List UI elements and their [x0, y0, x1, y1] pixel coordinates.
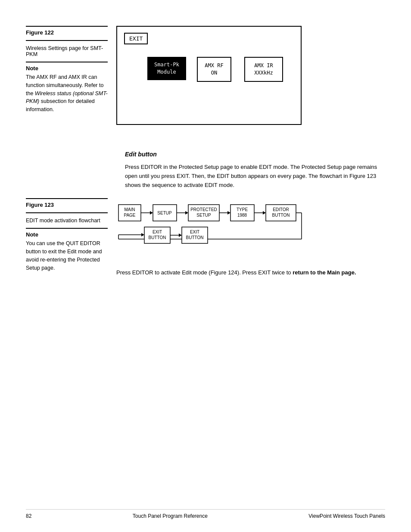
figure122-label: Figure 122	[26, 26, 108, 41]
smart-pk-module-button: Smart-PkModule	[147, 57, 186, 80]
page: Figure 122 Wireless Settings page for SM…	[0, 0, 411, 532]
figure122-left-col: Figure 122 Wireless Settings page for SM…	[26, 26, 116, 138]
svg-text:SETUP: SETUP	[196, 213, 211, 218]
edit-button-section: Edit button Press EDITOR in the Protecte…	[26, 151, 385, 190]
note2-label: Note	[26, 228, 108, 238]
footer: 82 Touch Panel Program Reference ViewPoi…	[26, 509, 385, 519]
final-text: Press EDITOR to activate Edit mode (Figu…	[116, 268, 385, 277]
svg-marker-18	[263, 211, 266, 215]
figure122-diagram: EXIT Smart-PkModule AMX RFON AMX IRXXXkH…	[116, 26, 302, 125]
svg-text:PAGE: PAGE	[124, 213, 135, 218]
figure123-section: Figure 123 EDIT mode activation flowchar…	[26, 198, 385, 277]
svg-text:MAIN: MAIN	[125, 207, 135, 212]
figure123-caption: EDIT mode activation flowchart	[26, 218, 108, 224]
svg-marker-32	[179, 233, 182, 237]
svg-text:PROTECTED: PROTECTED	[190, 207, 217, 212]
svg-text:BUTTON: BUTTON	[272, 213, 290, 218]
figure123-right-col: MAIN PAGE SETUP PROTECTED SETUP	[116, 198, 385, 277]
edit-button-heading: Edit button	[125, 151, 385, 158]
amx-ir-button: AMX IRXXXkHz	[244, 57, 283, 82]
figure122-caption: Wireless Settings page for SMT-PKM	[26, 45, 108, 57]
figure123-left-col: Figure 123 EDIT mode activation flowchar…	[26, 198, 116, 277]
svg-marker-4	[150, 211, 153, 215]
svg-text:EXIT: EXIT	[153, 230, 162, 234]
exit-button: EXIT	[124, 33, 148, 44]
figure122-right-col: EXIT Smart-PkModule AMX RFON AMX IRXXXkH…	[116, 26, 385, 138]
figure122-section: Figure 122 Wireless Settings page for SM…	[26, 26, 385, 138]
footer-right: ViewPoint Wireless Touch Panels	[308, 513, 385, 519]
svg-text:EXIT: EXIT	[190, 230, 199, 234]
svg-text:EDITOR: EDITOR	[273, 207, 289, 212]
footer-center: Touch Panel Program Reference	[133, 513, 208, 519]
svg-text:TYPE: TYPE	[237, 207, 248, 212]
note1-label: Note	[26, 62, 108, 72]
svg-text:1988: 1988	[237, 213, 247, 218]
edit-button-body: Press EDITOR in the Protected Setup page…	[125, 163, 385, 190]
svg-marker-27	[141, 233, 144, 236]
footer-page-number: 82	[26, 513, 31, 519]
flowchart-diagram: MAIN PAGE SETUP PROTECTED SETUP	[116, 198, 327, 258]
svg-marker-8	[185, 211, 188, 215]
svg-text:BUTTON: BUTTON	[149, 235, 166, 240]
svg-text:SETUP: SETUP	[157, 211, 172, 215]
figure123-label: Figure 123	[26, 198, 108, 213]
note1-text: The AMX RF and AMX IR can function simul…	[26, 73, 108, 114]
amx-rf-button: AMX RFON	[197, 57, 231, 82]
note2-text: You can use the QUIT EDITOR button to ex…	[26, 240, 108, 272]
svg-marker-13	[227, 211, 230, 215]
svg-text:BUTTON: BUTTON	[186, 235, 204, 240]
